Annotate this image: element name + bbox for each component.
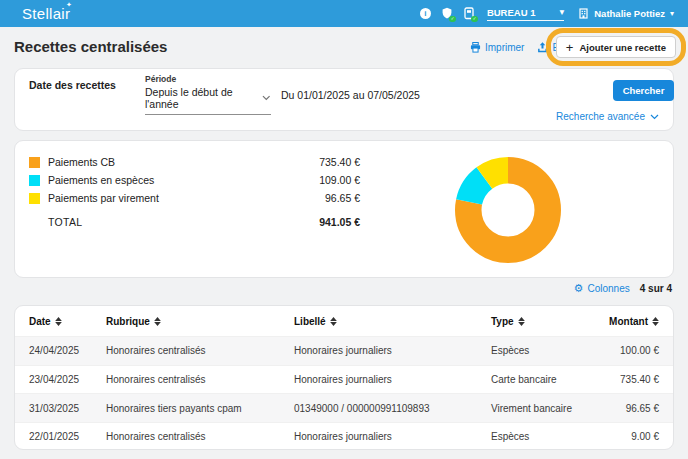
sort-icon[interactable] (518, 317, 525, 326)
table-cell-montant: 100.00 € (609, 345, 659, 356)
sort-icon[interactable] (55, 317, 62, 326)
column-header-label: Date (29, 316, 51, 327)
legend-item: Paiements CB 735.40 € (29, 153, 360, 171)
column-header-label: Type (491, 316, 514, 327)
row-count: 4 sur 4 (640, 283, 672, 294)
period-label: Période (145, 74, 176, 84)
column-header-rubrique[interactable]: Rubrique (106, 316, 294, 327)
tutorial-highlight-ring: + Ajouter une recette (546, 28, 686, 66)
reader-check-badge: ✓ (471, 16, 478, 23)
chart-legend: Paiements CB 735.40 € Paiements en espèc… (29, 153, 360, 231)
column-header-libell-[interactable]: Libellé (294, 316, 491, 327)
table-meta-row: ⚙ Colonnes 4 sur 4 (574, 283, 672, 294)
stellair-logo[interactable]: Stellair ✦ (22, 5, 70, 22)
search-button[interactable]: Chercher (613, 80, 674, 101)
period-select[interactable]: Depuis le début de l'année (145, 86, 271, 115)
sparkle-icon: ✦ (66, 1, 72, 9)
legend-total-row: TOTAL 941.05 € (29, 213, 360, 231)
table-cell-rubrique: Honoraires tiers payants cpam (106, 403, 294, 414)
table-cell-date: 23/04/2025 (29, 374, 106, 385)
table-cell-type: Espèces (491, 345, 609, 356)
print-link[interactable]: Imprimer (470, 42, 524, 53)
table-cell-montant: 9.00 € (609, 431, 659, 442)
period-select-value: Depuis le début de l'année (145, 86, 262, 110)
sort-icon[interactable] (154, 317, 161, 326)
user-menu[interactable]: Nathalie Pottiez ▾ (578, 8, 674, 19)
legend-value: 96.65 € (325, 192, 360, 204)
chevron-down-icon: ▾ (670, 10, 674, 18)
legend-value: 735.40 € (319, 156, 360, 168)
total-value: 941.05 € (319, 216, 360, 228)
table-row[interactable]: 22/01/2025Honoraires centralisésHonorair… (15, 422, 673, 450)
legend-swatch-yellow (29, 193, 40, 204)
column-header-label: Rubrique (106, 316, 150, 327)
table-cell-libell-: Honoraires journaliers (294, 345, 491, 356)
table-cell-libell-: 01349000 / 000000991109893 (294, 403, 491, 414)
chart-card: Paiements CB 735.40 € Paiements en espèc… (14, 140, 674, 278)
legend-item: Paiements par virement 96.65 € (29, 189, 360, 207)
add-recette-button[interactable]: + Ajouter une recette (556, 36, 676, 58)
advanced-search-label: Recherche avancée (556, 111, 645, 122)
column-header-label: Libellé (294, 316, 326, 327)
table-cell-libell-: Honoraires journaliers (294, 431, 491, 442)
date-range-text: Du 01/01/2025 au 07/05/2025 (281, 89, 420, 101)
building-icon (578, 8, 589, 19)
column-header-label: Montant (609, 316, 648, 327)
sort-icon[interactable] (330, 317, 337, 326)
table-cell-date: 24/04/2025 (29, 345, 106, 356)
table-cell-type: Carte bancaire (491, 374, 609, 385)
stellair-logo-text: Stellair (22, 5, 70, 22)
chevron-down-icon: ▾ (559, 7, 564, 17)
table-cell-type: Espèces (491, 431, 609, 442)
topbar: Stellair ✦ i ✓ ✓ (0, 0, 688, 27)
office-name: BUREAU 1 (487, 7, 536, 18)
recettes-screen: Stellair ✦ i ✓ ✓ (0, 0, 688, 459)
chevron-down-icon (650, 114, 659, 120)
columns-button[interactable]: ⚙ Colonnes (574, 283, 630, 294)
table-header-row: DateRubriqueLibelléTypeMontant (15, 306, 673, 336)
column-header-type[interactable]: Type (491, 316, 609, 327)
column-header-montant[interactable]: Montant (609, 316, 659, 327)
table-row[interactable]: 24/04/2025Honoraires centralisésHonorair… (15, 336, 673, 365)
gear-icon: ⚙ (574, 283, 584, 294)
table-body: 24/04/2025Honoraires centralisésHonorair… (15, 336, 673, 450)
payments-donut-chart (455, 157, 561, 263)
plus-icon: + (566, 40, 574, 55)
table-row[interactable]: 23/04/2025Honoraires centralisésHonorair… (15, 365, 673, 394)
printer-icon (470, 42, 481, 53)
column-header-date[interactable]: Date (29, 316, 106, 327)
table-cell-rubrique: Honoraires centralisés (106, 345, 294, 356)
legend-swatch-cyan (29, 175, 40, 186)
filter-card: Date des recettes Période Depuis le débu… (14, 68, 674, 131)
legend-swatch-orange (29, 157, 40, 168)
shield-check-badge: ✓ (449, 16, 456, 23)
date-filter-label: Date des recettes (29, 79, 116, 91)
table-cell-rubrique: Honoraires centralisés (106, 374, 294, 385)
columns-label: Colonnes (587, 283, 629, 294)
table-cell-montant: 96.65 € (609, 403, 659, 414)
table-cell-libell-: Honoraires journaliers (294, 374, 491, 385)
table-row[interactable]: 31/03/2025Honoraires tiers payants cpam0… (15, 393, 673, 422)
legend-label: Paiements CB (48, 156, 115, 168)
table-cell-montant: 735.40 € (609, 374, 659, 385)
info-icon[interactable]: i (420, 8, 431, 19)
add-recette-label: Ajouter une recette (579, 42, 666, 53)
legend-value: 109.00 € (319, 174, 360, 186)
sort-icon[interactable] (652, 317, 659, 326)
chevron-down-icon (262, 95, 271, 101)
table-cell-date: 31/03/2025 (29, 403, 106, 414)
card-reader-status-icon[interactable]: ✓ (463, 7, 475, 20)
table-cell-type: Virement bancaire (491, 403, 609, 414)
topbar-status-icons: i ✓ ✓ (420, 7, 475, 20)
user-name: Nathalie Pottiez (594, 8, 665, 19)
recettes-table: DateRubriqueLibelléTypeMontant 24/04/202… (14, 305, 674, 450)
legend-label: Paiements par virement (48, 192, 159, 204)
office-selector[interactable]: BUREAU 1 ▾ (487, 7, 564, 21)
advanced-search-link[interactable]: Recherche avancée (556, 111, 659, 122)
shield-status-icon[interactable]: ✓ (441, 7, 453, 20)
legend-item: Paiements en espèces 109.00 € (29, 171, 360, 189)
table-cell-date: 22/01/2025 (29, 431, 106, 442)
page-title: Recettes centralisées (14, 38, 167, 55)
table-cell-rubrique: Honoraires centralisés (106, 431, 294, 442)
legend-label: Paiements en espèces (48, 174, 154, 186)
